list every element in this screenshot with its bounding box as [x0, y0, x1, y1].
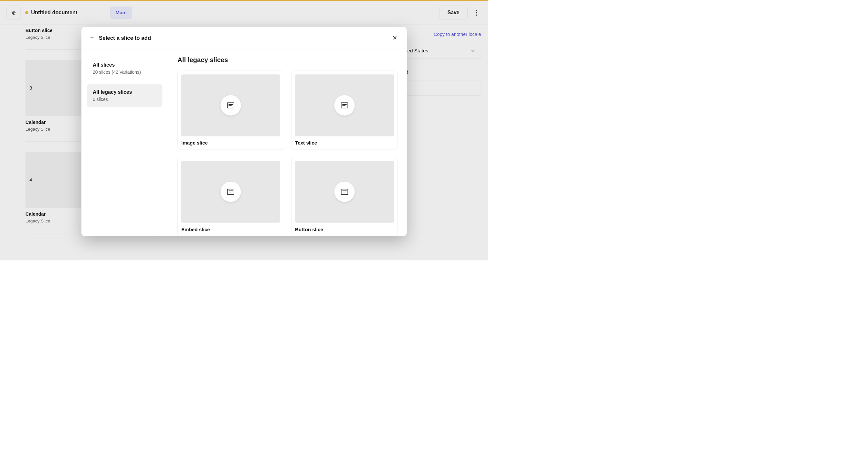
category-subtitle: 6 slices [93, 97, 157, 102]
modal-category-list: All slices 20 slices (42 Variations) All… [82, 49, 168, 236]
card-thumbnail [295, 75, 394, 137]
slice-card-embed[interactable]: Embed slice [178, 157, 284, 236]
category-subtitle: 20 slices (42 Variations) [93, 69, 157, 75]
slice-card-text[interactable]: Text slice [291, 71, 398, 150]
card-label: Embed slice [181, 227, 280, 232]
close-button[interactable] [391, 34, 399, 42]
category-title: All legacy slices [93, 89, 157, 95]
modal-header: Select a slice to add [82, 27, 407, 49]
slice-icon [341, 103, 348, 109]
card-label: Text slice [295, 140, 394, 146]
slice-card-image[interactable]: Image slice [178, 71, 284, 150]
card-thumbnail [295, 161, 394, 223]
modal-overlay[interactable]: Select a slice to add All slices 20 slic… [0, 0, 488, 261]
slice-picker-modal: Select a slice to add All slices 20 slic… [82, 27, 407, 236]
modal-title: Select a slice to add [99, 35, 391, 41]
plus-icon [89, 35, 95, 41]
card-label: Button slice [295, 227, 394, 232]
slice-icon [227, 103, 235, 109]
slice-icon [341, 189, 348, 195]
category-title: All slices [93, 62, 157, 68]
card-thumbnail [181, 161, 280, 223]
modal-card-grid: All legacy slices Image slice [168, 49, 407, 236]
card-label: Image slice [181, 140, 280, 146]
slice-icon [227, 189, 235, 195]
category-legacy-slices[interactable]: All legacy slices 6 slices [87, 84, 162, 107]
card-thumbnail [181, 75, 280, 137]
close-icon [392, 35, 398, 41]
slice-card-button[interactable]: Button slice [291, 157, 398, 236]
modal-heading: All legacy slices [178, 56, 398, 64]
category-all-slices[interactable]: All slices 20 slices (42 Variations) [87, 57, 162, 80]
